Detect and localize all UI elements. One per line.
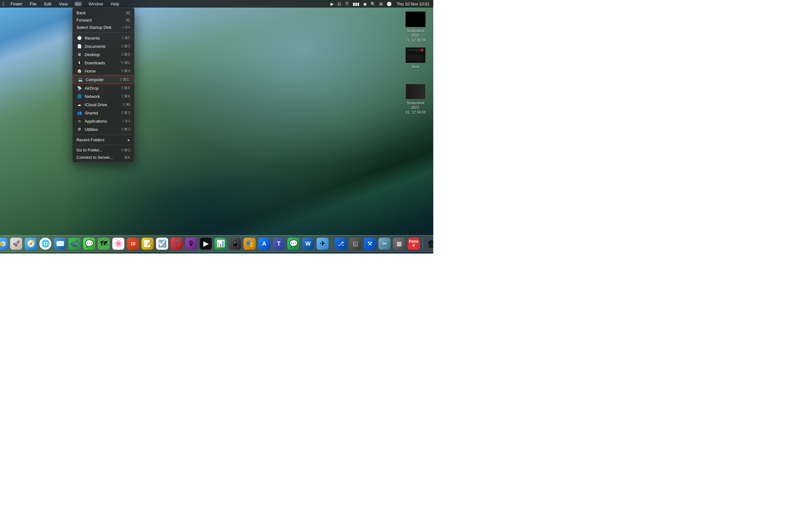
apple-menu[interactable]:  — [3, 1, 4, 7]
menubar-view[interactable]: View — [58, 2, 69, 6]
battery-icon[interactable]: ▮▮▮ — [353, 2, 359, 6]
desktop-icon-done[interactable]: done — [403, 46, 428, 70]
siri-icon[interactable]: ⚪ — [387, 2, 392, 6]
dock-multitask[interactable]: ▦ — [392, 237, 406, 250]
icloud-icon: ☁ — [77, 102, 82, 107]
home-icon: 🏠 — [77, 68, 82, 74]
menu-item-recents[interactable]: 🕐 Recents ⇧⌘F — [72, 34, 134, 42]
teams-icon: T — [273, 238, 285, 250]
menu-item-home[interactable]: 🏠 Home ⇧⌘H — [72, 67, 134, 75]
safari-icon: 🧭 — [25, 238, 37, 250]
menu-item-recent-folders[interactable]: Recent Folders ▶ — [72, 136, 134, 144]
controlcenter-icon[interactable]: ⊞ — [379, 2, 383, 6]
dock-numbers[interactable]: 📊 — [213, 237, 227, 250]
play-icon[interactable]: ▶ — [331, 2, 334, 6]
shared-icon: 👥 — [77, 110, 82, 116]
menubar-go[interactable]: Go — [74, 2, 82, 6]
photos-icon: 🌸 — [112, 238, 124, 250]
dock-reminders[interactable]: ☑️ — [155, 237, 169, 250]
dock-keynote[interactable]: 🎭 — [243, 237, 257, 250]
menu-item-connect[interactable]: Connect to Server... ⌘K — [72, 154, 134, 161]
menu-item-forward[interactable]: Forward ⌘] — [72, 16, 134, 24]
whatsapp-icon: 💬 — [287, 238, 299, 250]
recents-icon: 🕐 — [77, 35, 82, 41]
desktop-icon: 🖥 — [77, 52, 82, 57]
dock-iphone[interactable]: 📱 — [228, 237, 242, 250]
dock-chrome[interactable]: 🌐 — [38, 237, 52, 250]
dock-teams[interactable]: T — [272, 237, 286, 250]
dock-mail[interactable]: ✉️ — [53, 237, 67, 250]
menu-item-shared[interactable]: 👥 Shared ⇧⌘S — [72, 109, 134, 117]
menu-item-desktop[interactable]: 🖥 Desktop ⇧⌘D — [72, 50, 134, 59]
dock-sourcetree[interactable]: ⎇ — [334, 237, 348, 250]
menu-item-startup[interactable]: Select Startup Disk ⇧⌘A — [72, 24, 134, 31]
menu-item-downloads[interactable]: ⬇ Downloads ⌥⌘L — [72, 59, 134, 67]
menu-item-utilities[interactable]: ⚙ Utilities ⇧⌘U — [72, 125, 134, 133]
iphone-icon: 📱 — [229, 238, 241, 250]
menubar:  Finder File Edit View Go Window Help ▶… — [0, 0, 433, 8]
menu-item-icloud[interactable]: ☁ iCloud Drive ⇧⌘I — [72, 101, 134, 109]
menubar-window[interactable]: Window — [87, 2, 104, 6]
dock-music[interactable]: 🎵 — [170, 237, 184, 250]
dock-safari[interactable]: 🧭 — [24, 237, 38, 250]
wifi-icon[interactable]: ◉ — [363, 2, 367, 6]
mail-icon: ✉️ — [54, 238, 66, 250]
menubar-finder[interactable]: Finder — [9, 2, 23, 6]
menubar-file[interactable]: File — [29, 2, 38, 6]
word-icon: W — [302, 238, 314, 250]
podcasts-icon: 🎙 — [185, 238, 197, 250]
search-icon[interactable]: 🔍 — [370, 2, 375, 6]
menu-item-back[interactable]: Back ⌘[ — [72, 9, 134, 16]
menu-item-goto[interactable]: Go to Folder... ⇧⌘G — [72, 147, 134, 154]
howapp-icon: 10 — [127, 238, 139, 250]
battery-time-icon[interactable]: ⏱ — [345, 2, 349, 6]
separator-2 — [72, 135, 134, 135]
dock-podcasts[interactable]: 🎙 — [184, 237, 198, 250]
dock-word[interactable]: W — [301, 237, 315, 250]
dock-maps[interactable]: 🗺 — [97, 237, 111, 250]
dock-photos[interactable]: 🌸 — [111, 237, 125, 250]
menu-item-airdrop[interactable]: 📡 AirDrop ⇧⌘R — [72, 84, 134, 92]
desktop-icon-screenshot1[interactable]: Screenshot2022-11...17.50.09 — [403, 10, 428, 43]
screenshot3-thumbnail — [405, 83, 426, 100]
dock-screenshot-tool[interactable]: ✂ — [377, 237, 392, 250]
multitask-icon: ▦ — [393, 238, 405, 250]
shared-shortcut: ⇧⌘S — [121, 111, 131, 115]
computer-icon: 💻 — [78, 77, 83, 82]
appstore-icon: A — [258, 238, 270, 250]
dock-finder[interactable]: 😊 — [0, 237, 9, 250]
notes-icon: 📝 — [142, 238, 154, 250]
screenshot3-label: Screenshot2022-11...17.50.01 — [404, 101, 427, 114]
recent-folders-arrow: ▶ — [128, 138, 131, 142]
dock-facetime[interactable]: 📹 — [67, 237, 82, 250]
menubar-time: Thu 10 Nov 10:01 — [396, 2, 431, 6]
dock-messages[interactable]: 💬 — [82, 237, 96, 250]
dock-testflight[interactable]: ✈ — [316, 237, 329, 250]
menubar-help[interactable]: Help — [109, 2, 120, 6]
dock-trash[interactable]: 🗑 — [425, 237, 433, 250]
desktop-icon-screenshot3[interactable]: Screenshot2022-11...17.50.01 — [403, 82, 428, 116]
dock-launchpad[interactable]: 🚀 — [9, 237, 23, 250]
menu-item-network[interactable]: 🌐 Network ⇧⌘K — [72, 92, 134, 101]
menubar-edit[interactable]: Edit — [43, 2, 52, 6]
dock-xcode[interactable]: ⚒ — [363, 237, 377, 250]
dock-appletv[interactable]: ▶ — [199, 237, 213, 250]
menu-item-computer[interactable]: 💻 Computer ⇧⌘C — [73, 75, 134, 84]
documents-shortcut: ⇧⌘O — [120, 44, 131, 49]
dock-notes[interactable]: 📝 — [141, 237, 154, 250]
dock-paintx[interactable]: PaintX — [407, 237, 420, 250]
dock-howapp[interactable]: 10 — [126, 237, 140, 250]
menu-item-applications[interactable]: ⎋ Applications ⇧⌘A — [72, 117, 134, 125]
reminders-icon: ☑️ — [156, 238, 168, 250]
appletv-icon: ▶ — [200, 238, 212, 250]
desktop-shortcut: ⇧⌘D — [120, 52, 131, 57]
screenshot-tool-icon: ✂ — [378, 238, 391, 250]
screen-record-icon[interactable]: ⊡ — [338, 2, 341, 6]
icloud-shortcut: ⇧⌘I — [122, 102, 131, 107]
dock-whatsapp[interactable]: 💬 — [287, 237, 300, 250]
screenshot1-thumbnail — [405, 11, 426, 27]
documents-icon: 📄 — [77, 43, 82, 49]
menu-item-documents[interactable]: 📄 Documents ⇧⌘O — [72, 42, 134, 50]
dock-appstore[interactable]: A — [257, 237, 271, 250]
dock-simulator[interactable]: ◱ — [348, 237, 362, 250]
